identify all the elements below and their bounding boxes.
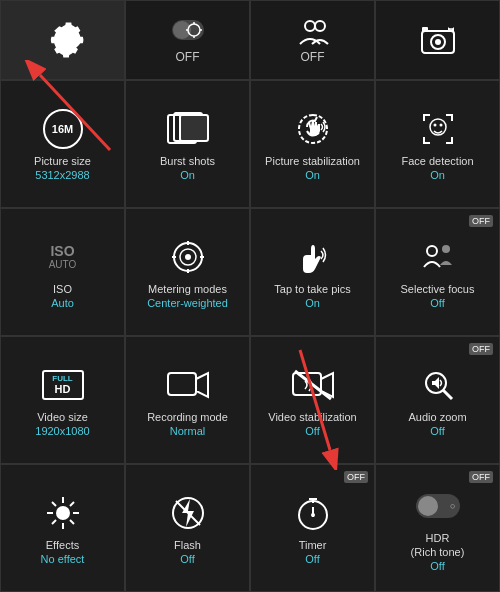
svg-point-7 — [305, 21, 315, 31]
video-stab-icon — [291, 363, 335, 407]
effects-title: Effects — [46, 539, 79, 552]
burst-shots-value: On — [180, 169, 195, 181]
recording-mode-value: Normal — [170, 425, 205, 437]
tap-to-take-cell[interactable]: Tap to take pics On — [250, 208, 375, 336]
svg-line-39 — [52, 502, 56, 506]
face-detection-cell[interactable]: Face detection On — [375, 80, 500, 208]
audio-zoom-icon — [416, 363, 460, 407]
top-bar: OFF OFF — [0, 0, 500, 80]
metering-modes-cell[interactable]: Metering modes Center-weighted — [125, 208, 250, 336]
flash-cell[interactable]: Flash Off — [125, 464, 250, 592]
tap-value: On — [305, 297, 320, 309]
video-size-cell[interactable]: FULL HD Video size 1920x1080 — [0, 336, 125, 464]
audio-zoom-off-badge: OFF — [469, 343, 493, 355]
metering-icon — [166, 235, 210, 279]
svg-point-34 — [56, 506, 70, 520]
hdr-title: HDR(Rich tone) — [411, 532, 465, 558]
flash-value: Off — [180, 553, 194, 565]
iso-value: Auto — [51, 297, 74, 309]
picture-stab-icon — [291, 107, 335, 151]
svg-line-42 — [52, 520, 56, 524]
selective-focus-off-badge: OFF — [469, 215, 493, 227]
effects-value: No effect — [41, 553, 85, 565]
picture-stab-title: Picture stabilization — [265, 155, 360, 168]
timer-icon — [291, 491, 335, 535]
selective-focus-cell[interactable]: OFF Selective focus Off — [375, 208, 500, 336]
audio-zoom-value: Off — [430, 425, 444, 437]
recording-mode-cell[interactable]: Recording mode Normal — [125, 336, 250, 464]
burst-shots-cell[interactable]: Burst shots On — [125, 80, 250, 208]
svg-point-11 — [435, 39, 441, 45]
svg-point-49 — [311, 513, 315, 517]
burst-shots-title: Burst shots — [160, 155, 215, 168]
svg-point-19 — [439, 123, 442, 126]
audio-zoom-cell[interactable]: OFF Audio zoom Off — [375, 336, 500, 464]
svg-point-27 — [442, 245, 450, 253]
picture-stab-value: On — [305, 169, 320, 181]
svg-point-8 — [315, 21, 325, 31]
video-stab-title: Video stabilization — [268, 411, 356, 424]
selective-focus-value: Off — [430, 297, 444, 309]
svg-rect-29 — [168, 373, 196, 395]
effects-cell[interactable]: Effects No effect — [0, 464, 125, 592]
picture-size-value: 5312x2988 — [35, 169, 89, 181]
face-detection-value: On — [430, 169, 445, 181]
selective-focus-icon — [416, 235, 460, 279]
picture-size-icon: 16M — [41, 107, 85, 151]
svg-line-33 — [443, 390, 452, 399]
timer-value: Off — [305, 553, 319, 565]
timer-off-badge: OFF — [344, 471, 368, 483]
metering-title: Metering modes — [148, 283, 227, 296]
video-size-icon: FULL HD — [41, 363, 85, 407]
settings-button[interactable] — [0, 0, 125, 80]
picture-size-title: Picture size — [34, 155, 91, 168]
svg-line-41 — [70, 502, 74, 506]
video-size-title: Video size — [37, 411, 88, 424]
video-size-value: 1920x1080 — [35, 425, 89, 437]
settings-grid: 16M Picture size 5312x2988 Burst shots O… — [0, 80, 500, 592]
recording-mode-icon — [166, 363, 210, 407]
hdr-cell[interactable]: OFF ○ HDR(Rich tone) Off — [375, 464, 500, 592]
camera-settings-page: OFF OFF — [0, 0, 500, 592]
picture-size-cell[interactable]: 16M Picture size 5312x2988 — [0, 80, 125, 208]
face-detection-title: Face detection — [401, 155, 473, 168]
iso-icon: ISO AUTO — [41, 235, 85, 279]
hdr-off-badge: OFF — [469, 471, 493, 483]
shot-mode-button[interactable]: OFF — [250, 0, 375, 80]
svg-rect-12 — [422, 27, 428, 32]
svg-point-22 — [185, 254, 191, 260]
tap-title: Tap to take pics — [274, 283, 350, 296]
burst-shots-icon — [166, 107, 210, 151]
tap-icon — [291, 235, 335, 279]
hdr-icon: ○ — [416, 484, 460, 528]
flip-camera-button[interactable] — [375, 0, 500, 80]
svg-line-40 — [70, 520, 74, 524]
face-detection-icon — [416, 107, 460, 151]
flash-cell-icon — [166, 491, 210, 535]
svg-point-18 — [433, 123, 436, 126]
metering-value: Center-weighted — [147, 297, 228, 309]
svg-rect-16 — [180, 115, 208, 141]
svg-point-28 — [427, 246, 437, 256]
flash-off-label: OFF — [176, 50, 200, 64]
video-stab-value: Off — [305, 425, 319, 437]
audio-zoom-title: Audio zoom — [408, 411, 466, 424]
picture-stab-cell[interactable]: Picture stabilization On — [250, 80, 375, 208]
hdr-value: Off — [430, 560, 444, 572]
effects-icon — [41, 491, 85, 535]
iso-title: ISO — [53, 283, 72, 296]
iso-cell[interactable]: ISO AUTO ISO Auto — [0, 208, 125, 336]
timer-title: Timer — [299, 539, 327, 552]
recording-mode-title: Recording mode — [147, 411, 228, 424]
video-stab-cell[interactable]: Video stabilization Off — [250, 336, 375, 464]
flash-title: Flash — [174, 539, 201, 552]
flash-toggle-button[interactable]: OFF — [125, 0, 250, 80]
timer-cell[interactable]: OFF Timer Off — [250, 464, 375, 592]
shot-mode-off-label: OFF — [301, 50, 325, 64]
selective-focus-title: Selective focus — [401, 283, 475, 296]
